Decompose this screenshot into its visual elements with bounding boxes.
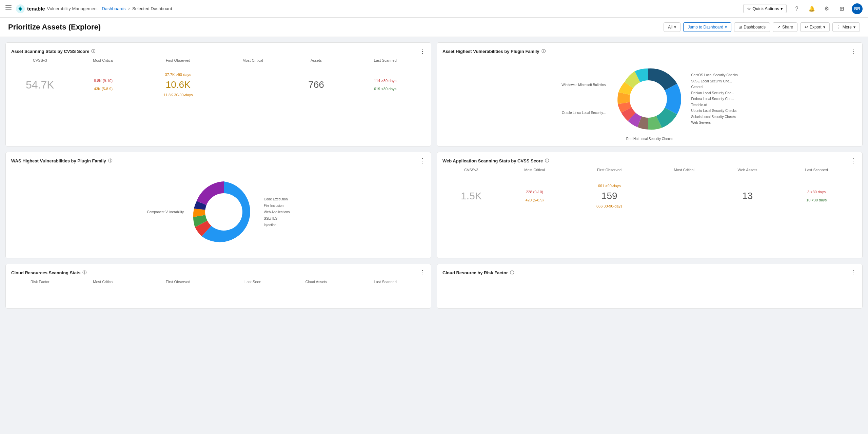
- svg-rect-1: [5, 7, 12, 8]
- page-header: Prioritize Assets (Explore) All ▾ Jump t…: [0, 18, 868, 37]
- jump-to-dashboard-button[interactable]: Jump to Dashboard ▾: [683, 22, 731, 32]
- more-label: More: [843, 25, 852, 29]
- more-button[interactable]: ⋮ More ▾: [832, 22, 860, 32]
- chevron-down-icon: ▾: [823, 25, 825, 29]
- cloud-col-most-critical: Most Critical: [69, 280, 138, 284]
- info-icon[interactable]: ⓘ: [510, 270, 514, 276]
- help-icon[interactable]: ?: [792, 4, 802, 14]
- quick-actions-button[interactable]: ☆ Quick Actions ▾: [743, 4, 787, 13]
- plugin-family-title: Asset Highest Vulnerabilities by Plugin …: [442, 49, 539, 54]
- was-label-webapps: Web Applications: [264, 209, 290, 215]
- cloud-col-risk: Risk Factor: [11, 280, 69, 284]
- cloud-risk-card: Cloud Resource by Risk Factor ⓘ ⋮: [437, 264, 863, 309]
- svg-point-4: [19, 8, 21, 10]
- last-scanned-bottom: 619 <30 days: [345, 87, 426, 91]
- breadcrumb-current: Selected Dashboard: [132, 6, 172, 11]
- was-label-ssl: SSL/TLS: [264, 215, 290, 222]
- plugin-label-general: General: [691, 84, 737, 90]
- card-more-button[interactable]: ⋮: [851, 48, 857, 54]
- info-icon[interactable]: ⓘ: [91, 48, 95, 54]
- plugin-family-card: Asset Highest Vulnerabilities by Plugin …: [437, 42, 863, 146]
- was-donut: [186, 178, 261, 246]
- web-col-last-scanned: Last Scanned: [776, 168, 857, 172]
- cvss-value-cell: 54.7K: [11, 79, 69, 91]
- plugin-label-ubuntu: Ubuntu Local Security Checks: [691, 108, 737, 114]
- app-name: Vulnerability Management: [47, 6, 98, 11]
- card-more-button[interactable]: ⋮: [419, 158, 426, 164]
- was-label-file: File Inclusion: [264, 202, 290, 209]
- web-cvss-value: 1.5K: [461, 190, 482, 201]
- web-col-assets: Web Assets: [719, 168, 776, 172]
- header-actions: All ▾ Jump to Dashboard ▾ ⊞ Dashboards ↗…: [664, 22, 860, 32]
- info-icon[interactable]: ⓘ: [82, 270, 86, 276]
- info-icon[interactable]: ⓘ: [545, 158, 549, 164]
- row-1: Asset Scanning Stats by CVSS Score ⓘ ⋮ C…: [5, 42, 863, 146]
- info-icon[interactable]: ⓘ: [108, 158, 112, 164]
- dashboards-button[interactable]: ⊞ Dashboards: [734, 22, 770, 32]
- apps-icon[interactable]: ⊞: [837, 4, 846, 14]
- web-last-scanned-bottom: 10 <30 days: [776, 198, 857, 202]
- web-most-critical-cell: 228 (9-10) 420 (5-8.9): [500, 190, 569, 202]
- menu-icon[interactable]: [5, 5, 12, 13]
- web-col-cvss: CVSSv3: [442, 168, 500, 172]
- filter-all-button[interactable]: All ▾: [664, 22, 680, 32]
- col-first-observed: First Observed: [138, 58, 218, 62]
- page-title: Prioritize Assets (Explore): [8, 23, 101, 32]
- breadcrumb-dashboards[interactable]: Dashboards: [102, 6, 125, 11]
- web-most-critical-bottom: 420 (5-8.9): [500, 198, 569, 202]
- card-more-button[interactable]: ⋮: [851, 158, 857, 164]
- web-first-observed-main: 159: [569, 191, 650, 201]
- web-col-first-observed: First Observed: [569, 168, 650, 172]
- row-2: WAS Highest Vulnerabilities by Plugin Fa…: [5, 152, 863, 258]
- export-icon: ↩: [805, 25, 808, 29]
- web-cvss-cell: 1.5K: [442, 190, 500, 202]
- notifications-icon[interactable]: 🔔: [807, 4, 816, 14]
- info-icon[interactable]: ⓘ: [541, 48, 546, 54]
- svg-rect-0: [5, 5, 12, 6]
- web-most-critical-top: 228 (9-10): [500, 190, 569, 194]
- breadcrumb: Dashboards > Selected Dashboard: [102, 6, 172, 11]
- most-critical-bottom: 43K (5-8.9): [69, 87, 138, 91]
- web-first-observed-bottom: 666 30-90-days: [569, 204, 650, 208]
- first-observed-main: 10.6K: [138, 79, 218, 90]
- cvss-value: 54.7K: [26, 79, 54, 91]
- user-avatar[interactable]: BR: [852, 3, 863, 14]
- filter-label: All: [668, 25, 672, 29]
- web-col-most-critical-1: Most Critical: [500, 168, 569, 172]
- plugin-label-fedora: Fedora Local Security Che...: [691, 96, 737, 102]
- chevron-down-icon: ▾: [674, 25, 676, 29]
- grid-icon: ⊞: [738, 25, 742, 29]
- col-most-critical-1: Most Critical: [69, 58, 138, 62]
- last-scanned-cell: 114 >30 days 619 <30 days: [345, 79, 426, 91]
- card-more-button[interactable]: ⋮: [419, 270, 426, 276]
- cloud-col-last-seen: Last Seen: [218, 280, 288, 284]
- export-label: Export: [810, 25, 822, 29]
- svg-rect-2: [5, 9, 12, 10]
- was-title: WAS Highest Vulnerabilities by Plugin Fa…: [11, 158, 106, 163]
- cloud-col-assets: Cloud Assets: [288, 280, 345, 284]
- share-button[interactable]: ↗ Share: [773, 22, 797, 32]
- export-button[interactable]: ↩ Export ▾: [800, 22, 830, 32]
- col-cvss: CVSSv3: [11, 58, 69, 62]
- chevron-down-icon: ▾: [781, 6, 783, 11]
- web-last-scanned-cell: 3 >30 days 10 <30 days: [776, 190, 857, 202]
- asset-scanning-card: Asset Scanning Stats by CVSS Score ⓘ ⋮ C…: [5, 42, 431, 146]
- assets-cell: 766: [288, 79, 345, 90]
- card-more-button[interactable]: ⋮: [851, 270, 857, 276]
- first-observed-top: 37.7K >90-days: [138, 73, 218, 77]
- plugin-label-debian: Debian Local Security Che...: [691, 90, 737, 96]
- share-label: Share: [782, 25, 793, 29]
- web-assets-value: 13: [742, 191, 753, 201]
- settings-icon[interactable]: ⚙: [822, 4, 831, 14]
- asset-scanning-title: Asset Scanning Stats by CVSS Score: [11, 49, 89, 54]
- logo-brand: tenable: [27, 6, 45, 12]
- col-assets: Assets: [288, 58, 345, 62]
- web-first-observed-cell: 661 >90-days 159 666 30-90-days: [569, 184, 650, 208]
- assets-value: 766: [308, 79, 324, 90]
- first-observed-bottom: 11.8K 30-90-days: [138, 93, 218, 97]
- top-navigation: tenable Vulnerability Management Dashboa…: [0, 0, 868, 18]
- chevron-down-icon: ▾: [725, 25, 727, 29]
- web-assets-cell: 13: [719, 191, 776, 201]
- col-last-scanned: Last Scanned: [345, 58, 426, 62]
- card-more-button[interactable]: ⋮: [419, 48, 426, 54]
